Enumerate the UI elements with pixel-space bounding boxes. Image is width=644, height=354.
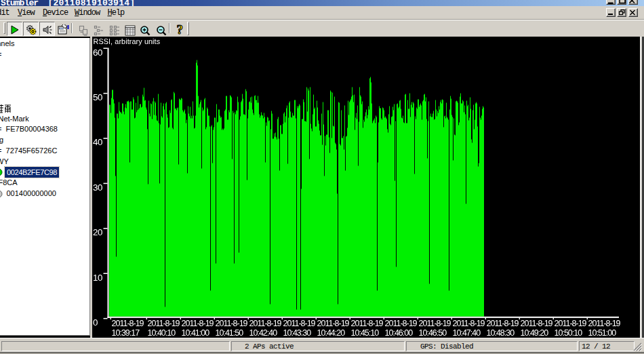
svg-text:?: ? xyxy=(177,24,184,36)
